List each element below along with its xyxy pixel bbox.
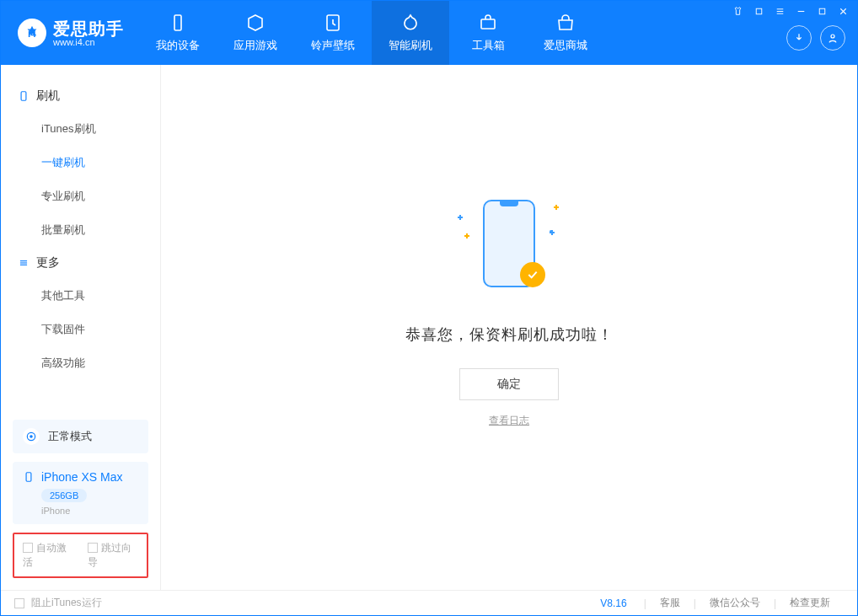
window-controls — [732, 6, 849, 17]
close-icon[interactable] — [838, 6, 849, 17]
capacity-badge: 256GB — [41, 489, 87, 502]
nav-tab-mydevice[interactable]: 我的设备 — [139, 1, 217, 65]
logo-subtitle: www.i4.cn — [53, 38, 124, 47]
device-card[interactable]: iPhone XS Max 256GB iPhone — [13, 462, 148, 524]
logo-area: i4 爱思助手 www.i4.cn — [1, 1, 139, 65]
sidebar-item-batch-flash[interactable]: 批量刷机 — [1, 213, 160, 247]
footer-link-update[interactable]: 检查更新 — [776, 596, 844, 610]
nav-tab-toolbox[interactable]: 工具箱 — [449, 1, 527, 65]
svg-rect-1 — [174, 15, 181, 30]
minimize-icon[interactable] — [796, 6, 807, 17]
mode-label: 正常模式 — [48, 429, 92, 444]
device-name-text: iPhone XS Max — [41, 470, 123, 484]
checkbox-icon[interactable] — [14, 598, 24, 608]
nav-label: 工具箱 — [472, 38, 505, 53]
checkbox-icon[interactable] — [88, 543, 98, 553]
user-button[interactable] — [820, 25, 845, 51]
nav-tab-shop[interactable]: 爱思商城 — [527, 1, 604, 65]
menu-icon[interactable] — [775, 6, 786, 17]
nav-tab-ringtones[interactable]: 铃声壁纸 — [294, 1, 372, 65]
svg-rect-3 — [481, 19, 495, 29]
sidebar-item-download-firmware[interactable]: 下载固件 — [1, 313, 160, 346]
maximize-icon[interactable] — [817, 6, 828, 17]
sidebar-item-oneclick-flash[interactable]: 一键刷机 — [1, 146, 160, 179]
success-illustration — [446, 193, 572, 303]
checkbox-icon[interactable] — [23, 543, 33, 553]
version-label: V8.16 — [600, 597, 626, 609]
footer-link-support[interactable]: 客服 — [646, 596, 694, 610]
svg-point-18 — [30, 436, 32, 437]
header: i4 爱思助手 www.i4.cn 我的设备 应用游戏 铃声壁纸 智能 — [1, 1, 857, 65]
logo-title: 爱思助手 — [53, 19, 124, 38]
download-button[interactable] — [786, 25, 812, 51]
ok-button[interactable]: 确定 — [459, 368, 559, 400]
check-icon — [520, 262, 545, 287]
phone-icon — [23, 471, 35, 483]
nav-label: 智能刷机 — [389, 38, 432, 53]
device-type: iPhone — [41, 506, 138, 516]
view-log-link[interactable]: 查看日志 — [489, 414, 529, 428]
block-itunes-label[interactable]: 阻止iTunes运行 — [31, 596, 102, 610]
sidebar-section-more: 更多 — [1, 247, 160, 279]
nav-tab-flash[interactable]: 智能刷机 — [372, 1, 449, 65]
footer: 阻止iTunes运行 V8.16 | 客服 | 微信公众号 | 检查更新 — [1, 590, 857, 615]
header-right — [724, 1, 857, 65]
svg-rect-19 — [26, 473, 31, 482]
svg-rect-4 — [756, 8, 762, 14]
svg-point-12 — [831, 35, 834, 38]
auto-activate-option[interactable]: 自动激活 — [23, 541, 74, 570]
sidebar: 刷机 iTunes刷机 一键刷机 专业刷机 批量刷机 更多 其他工具 下载固件 … — [1, 65, 161, 590]
main-content: 恭喜您，保资料刷机成功啦！ 确定 查看日志 — [161, 65, 857, 590]
sidebar-section-flash: 刷机 — [1, 80, 160, 112]
nav-label: 我的设备 — [156, 38, 200, 53]
logo-icon: i4 — [18, 19, 46, 47]
sidebar-item-othertools[interactable]: 其他工具 — [1, 279, 160, 313]
mode-card[interactable]: 正常模式 — [13, 420, 148, 453]
nav-label: 铃声壁纸 — [311, 38, 355, 53]
svg-rect-13 — [21, 92, 26, 101]
sidebar-item-itunes-flash[interactable]: iTunes刷机 — [1, 112, 160, 146]
sidebar-item-pro-flash[interactable]: 专业刷机 — [1, 179, 160, 213]
nav-tab-apps[interactable]: 应用游戏 — [217, 1, 294, 65]
sidebar-item-advanced[interactable]: 高级功能 — [1, 346, 160, 380]
options-row: 自动激活 跳过向导 — [13, 533, 148, 578]
mode-icon — [23, 428, 40, 445]
nav-label: 应用游戏 — [233, 38, 277, 53]
svg-rect-9 — [819, 8, 825, 14]
shirt-icon[interactable] — [732, 6, 743, 17]
skip-guide-option[interactable]: 跳过向导 — [88, 541, 139, 570]
cube-icon[interactable] — [753, 6, 764, 17]
svg-text:i4: i4 — [28, 28, 36, 40]
nav-tabs: 我的设备 应用游戏 铃声壁纸 智能刷机 工具箱 爱思商城 — [139, 1, 604, 65]
success-title: 恭喜您，保资料刷机成功啦！ — [405, 324, 614, 345]
nav-label: 爱思商城 — [544, 38, 587, 53]
footer-link-wechat[interactable]: 微信公众号 — [696, 596, 774, 610]
